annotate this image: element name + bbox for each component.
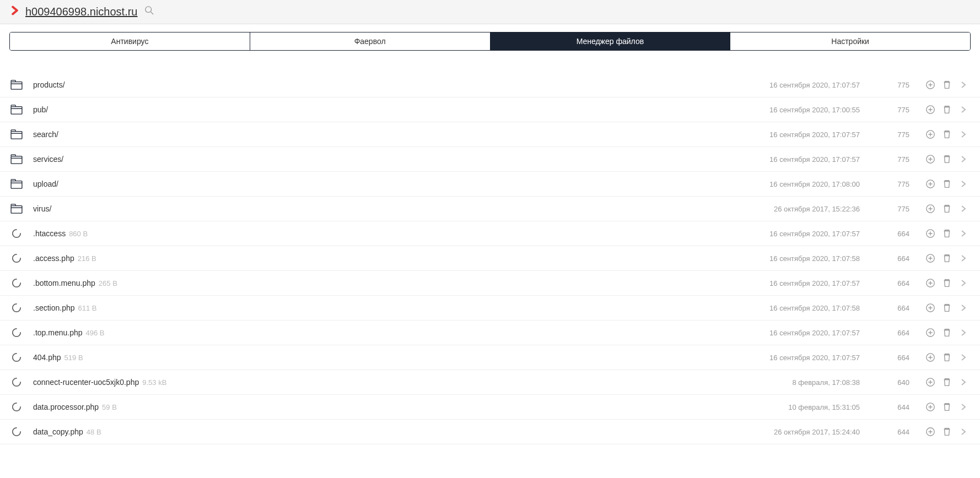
file-name[interactable]: .access.php216 B (33, 254, 750, 263)
chevron-right-icon[interactable] (957, 103, 970, 116)
chevron-right-icon[interactable] (957, 177, 970, 191)
delete-icon[interactable] (940, 227, 954, 240)
file-name-text: pub/ (33, 105, 48, 114)
add-icon[interactable] (924, 252, 937, 265)
chevron-right-icon[interactable] (957, 400, 970, 414)
delete-icon[interactable] (940, 202, 954, 215)
chevron-right-icon[interactable] (957, 301, 970, 314)
file-loading-icon (10, 253, 23, 264)
add-icon[interactable] (924, 301, 937, 314)
add-icon[interactable] (924, 177, 937, 191)
delete-icon[interactable] (940, 276, 954, 290)
folder-icon (10, 104, 23, 115)
add-icon[interactable] (924, 227, 937, 240)
file-name[interactable]: .top.menu.php496 B (33, 328, 750, 337)
file-date: 16 сентября 2020, 17:07:57 (750, 329, 860, 337)
chevron-right-icon[interactable] (957, 227, 970, 240)
chevron-right-icon[interactable] (957, 425, 970, 438)
add-icon[interactable] (924, 103, 937, 116)
file-perms: 775 (887, 131, 909, 139)
chevron-right-icon[interactable] (957, 252, 970, 265)
file-name-text: .bottom.menu.php (33, 279, 95, 287)
add-icon[interactable] (924, 400, 937, 414)
file-loading-icon (10, 327, 23, 338)
page-header: h009406998.nichost.ru (0, 0, 980, 24)
add-icon[interactable] (924, 153, 937, 166)
delete-icon[interactable] (940, 326, 954, 339)
hostname-link[interactable]: h009406998.nichost.ru (25, 6, 138, 18)
chevron-right-icon[interactable] (957, 128, 970, 141)
file-perms: 664 (887, 304, 909, 312)
chevron-right-icon[interactable] (957, 153, 970, 166)
tab-antivirus[interactable]: Антивирус (10, 32, 250, 50)
file-name[interactable]: data_copy.php48 B (33, 427, 750, 436)
delete-icon[interactable] (940, 252, 954, 265)
file-row: pub/ 16 сентября 2020, 17:00:55 775 (0, 97, 980, 122)
search-icon[interactable] (144, 6, 154, 18)
delete-icon[interactable] (940, 128, 954, 141)
delete-icon[interactable] (940, 376, 954, 389)
tab-firewall[interactable]: Фаервол (250, 32, 491, 50)
file-name[interactable]: upload/ (33, 180, 750, 188)
file-row: .top.menu.php496 B 16 сентября 2020, 17:… (0, 321, 980, 345)
add-icon[interactable] (924, 128, 937, 141)
add-icon[interactable] (924, 202, 937, 215)
svg-rect-22 (11, 181, 22, 189)
back-icon[interactable] (11, 6, 19, 18)
file-loading-icon (10, 278, 23, 289)
file-name[interactable]: data.processor.php59 B (33, 403, 750, 411)
file-name-text: .top.menu.php (33, 328, 83, 337)
add-icon[interactable] (924, 326, 937, 339)
chevron-right-icon[interactable] (957, 78, 970, 91)
add-icon[interactable] (924, 276, 937, 290)
file-size: 860 B (69, 230, 88, 238)
file-name[interactable]: connect-rucenter-uoc5xjk0.php9.53 kB (33, 378, 750, 387)
file-name[interactable]: 404.php519 B (33, 353, 750, 362)
tab-settings[interactable]: Настройки (730, 32, 970, 50)
chevron-right-icon[interactable] (957, 326, 970, 339)
delete-icon[interactable] (940, 153, 954, 166)
file-row: 404.php519 B 16 сентября 2020, 17:07:57 … (0, 345, 980, 370)
chevron-right-icon[interactable] (957, 376, 970, 389)
chevron-right-icon[interactable] (957, 351, 970, 364)
add-icon[interactable] (924, 351, 937, 364)
file-perms: 664 (887, 230, 909, 238)
file-row: connect-rucenter-uoc5xjk0.php9.53 kB 8 ф… (0, 370, 980, 395)
file-loading-icon (10, 377, 23, 388)
delete-icon[interactable] (940, 301, 954, 314)
file-name[interactable]: search/ (33, 130, 750, 139)
file-name[interactable]: .bottom.menu.php265 B (33, 279, 750, 287)
file-date: 8 февраля, 17:08:38 (750, 378, 860, 387)
file-name[interactable]: products/ (33, 80, 750, 89)
file-name[interactable]: virus/ (33, 204, 750, 213)
file-list: products/ 16 сентября 2020, 17:07:57 775… (0, 73, 980, 444)
file-name-text: search/ (33, 130, 58, 139)
file-name[interactable]: .section.php611 B (33, 303, 750, 312)
file-date: 16 сентября 2020, 17:00:55 (750, 106, 860, 114)
tab-file-manager[interactable]: Менеджер файлов (491, 32, 731, 50)
delete-icon[interactable] (940, 351, 954, 364)
file-name-text: .htaccess (33, 229, 66, 238)
file-size: 496 B (86, 329, 105, 337)
file-name-text: 404.php (33, 353, 61, 362)
file-perms: 775 (887, 205, 909, 213)
add-icon[interactable] (924, 78, 937, 91)
delete-icon[interactable] (940, 78, 954, 91)
delete-icon[interactable] (940, 103, 954, 116)
delete-icon[interactable] (940, 400, 954, 414)
svg-rect-27 (11, 206, 22, 214)
file-name-text: data_copy.php (33, 427, 83, 436)
file-name[interactable]: pub/ (33, 105, 750, 114)
delete-icon[interactable] (940, 177, 954, 191)
file-perms: 775 (887, 155, 909, 164)
file-perms: 644 (887, 428, 909, 436)
file-name-text: .access.php (33, 254, 74, 263)
file-date: 16 сентября 2020, 17:07:57 (750, 230, 860, 238)
delete-icon[interactable] (940, 425, 954, 438)
add-icon[interactable] (924, 425, 937, 438)
add-icon[interactable] (924, 376, 937, 389)
file-name[interactable]: .htaccess860 B (33, 229, 750, 238)
chevron-right-icon[interactable] (957, 202, 970, 215)
chevron-right-icon[interactable] (957, 276, 970, 290)
file-name[interactable]: services/ (33, 155, 750, 164)
